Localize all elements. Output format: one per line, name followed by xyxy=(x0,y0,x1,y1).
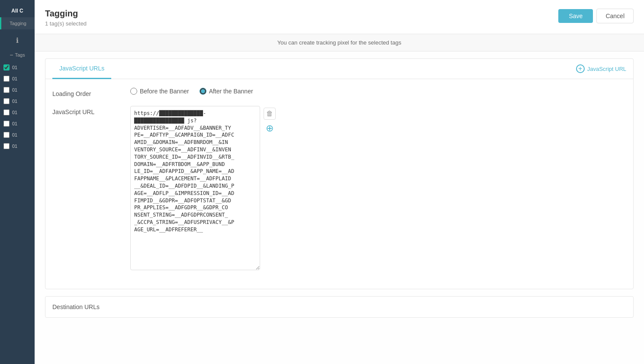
sidebar-checkbox-4[interactable] xyxy=(3,98,10,104)
sidebar-tags-section: − Tags xyxy=(0,48,35,62)
add-circle-icon: + xyxy=(576,64,585,73)
sidebar-checkbox-row-5[interactable]: 01 xyxy=(0,107,35,118)
js-url-row: JavaScript URL https://<span class="blur… xyxy=(52,106,626,271)
tab-javascript-urls[interactable]: JavaScript URLs xyxy=(52,59,111,79)
sidebar-tagging-label: Tagging xyxy=(10,21,26,26)
sidebar-checkbox-row-7[interactable]: 01 xyxy=(0,129,35,140)
modal-title-section: Tagging 1 tag(s) selected xyxy=(45,9,87,27)
modal-body: JavaScript URLs + JavaScript URL Loading… xyxy=(35,51,644,364)
after-banner-option[interactable]: After the Banner xyxy=(200,88,253,95)
sidebar-checkbox-5[interactable] xyxy=(3,109,10,115)
modal-subtitle: 1 tag(s) selected xyxy=(45,20,87,27)
sidebar-checkbox-label-8: 01 xyxy=(12,144,17,149)
js-url-field: https://<span class="blurred" style="wid… xyxy=(130,106,626,271)
add-javascript-url-button[interactable]: + JavaScript URL xyxy=(576,62,626,76)
loading-order-radio-group: Before the Banner After the Banner xyxy=(130,88,253,95)
sidebar-item-tagging[interactable]: Tagging xyxy=(0,17,35,29)
sidebar-checkbox-label-5: 01 xyxy=(12,110,17,115)
before-banner-option[interactable]: Before the Banner xyxy=(130,88,189,95)
tabs-list: JavaScript URLs xyxy=(52,59,111,79)
sidebar-checkbox-row-4[interactable]: 01 xyxy=(0,96,35,107)
form-content: Loading Order Before the Banner After th… xyxy=(45,79,633,289)
tags-label: Tags xyxy=(15,52,25,57)
sidebar-checkbox-row-1[interactable]: 01 xyxy=(0,62,35,73)
url-actions: 🗑 ⊕ xyxy=(264,106,276,134)
info-icon: ℹ xyxy=(13,33,22,48)
modal-overlay: Tagging 1 tag(s) selected Save Cancel Yo… xyxy=(35,0,644,364)
tracking-pixel-message: You can create tracking pixel for the se… xyxy=(277,39,401,46)
js-urls-section: JavaScript URLs + JavaScript URL Loading… xyxy=(45,58,634,289)
delete-url-button[interactable]: 🗑 xyxy=(264,108,276,120)
js-url-textarea[interactable]: https://<span class="blurred" style="wid… xyxy=(130,106,260,270)
sidebar-checkbox-label-3: 01 xyxy=(12,87,17,93)
trash-icon: 🗑 xyxy=(266,110,273,118)
sidebar-checkbox-row-3[interactable]: 01 xyxy=(0,84,35,96)
sidebar-checkbox-3[interactable] xyxy=(3,87,10,93)
destination-section: Destination URLs xyxy=(45,296,634,318)
add-url-button[interactable]: ⊕ xyxy=(264,122,276,134)
destination-label: Destination URLs xyxy=(52,303,100,310)
sidebar-checkbox-row-6[interactable]: 01 xyxy=(0,118,35,129)
sidebar-checkbox-row-2[interactable]: 01 xyxy=(0,73,35,84)
modal-actions: Save Cancel xyxy=(558,9,634,23)
sidebar-checkbox-label-7: 01 xyxy=(12,132,17,137)
sidebar-checkbox-7[interactable] xyxy=(3,132,10,138)
sidebar-checkbox-label-2: 01 xyxy=(12,76,17,81)
sidebar-checkbox-label-1: 01 xyxy=(12,65,17,70)
before-banner-label: Before the Banner xyxy=(140,88,189,95)
loading-order-label: Loading Order xyxy=(52,88,130,97)
after-banner-label: After the Banner xyxy=(209,88,253,95)
tabs-header: JavaScript URLs + JavaScript URL xyxy=(45,59,633,79)
sidebar-checkbox-row-8[interactable]: 01 xyxy=(0,140,35,152)
tab-javascript-urls-label: JavaScript URLs xyxy=(59,65,104,72)
sidebar-checkbox-6[interactable] xyxy=(3,121,10,127)
sidebar: All C Tagging ℹ − Tags 01 01 01 01 xyxy=(0,0,35,364)
sidebar-checkbox-2[interactable] xyxy=(3,76,10,82)
sidebar-checkbox-label-4: 01 xyxy=(12,99,17,104)
minus-icon: − xyxy=(10,51,13,58)
before-banner-radio[interactable] xyxy=(130,88,137,95)
modal-header: Tagging 1 tag(s) selected Save Cancel xyxy=(35,0,644,34)
after-banner-radio[interactable] xyxy=(200,88,206,95)
loading-order-row: Loading Order Before the Banner After th… xyxy=(52,88,626,97)
sidebar-checkbox-label-6: 01 xyxy=(12,121,17,126)
sidebar-checkboxes: 01 01 01 01 01 01 xyxy=(0,62,35,152)
loading-order-field: Before the Banner After the Banner xyxy=(130,88,626,95)
js-url-label: JavaScript URL xyxy=(52,106,130,115)
sidebar-checkbox-1[interactable] xyxy=(3,64,10,70)
modal-title: Tagging xyxy=(45,9,87,19)
tracking-pixel-banner: You can create tracking pixel for the se… xyxy=(35,34,644,51)
add-icon: ⊕ xyxy=(266,123,274,134)
sidebar-checkbox-8[interactable] xyxy=(3,143,10,149)
cancel-button[interactable]: Cancel xyxy=(596,9,634,23)
add-js-url-label: JavaScript URL xyxy=(587,66,626,72)
sidebar-top-label: All C xyxy=(10,4,25,17)
save-button[interactable]: Save xyxy=(558,9,593,23)
